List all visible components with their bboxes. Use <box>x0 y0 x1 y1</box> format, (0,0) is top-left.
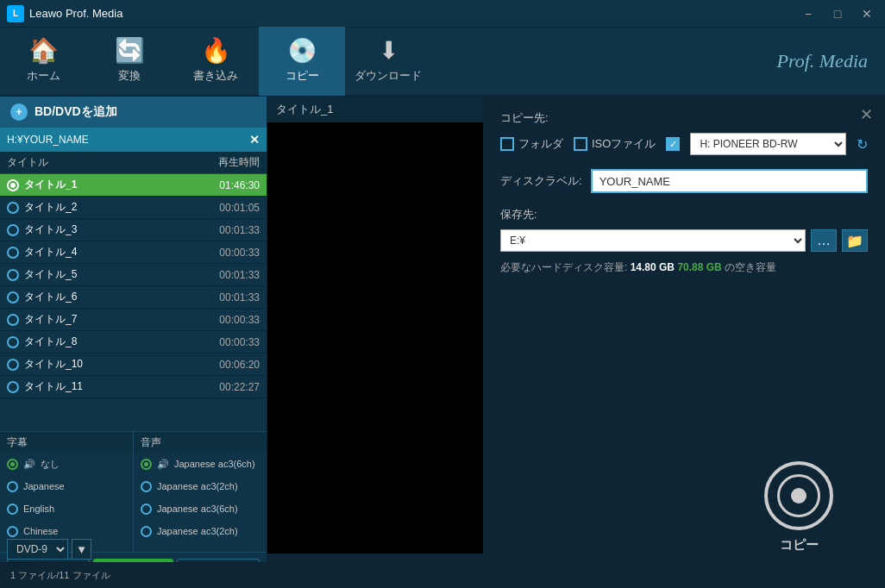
toolbar-download[interactable]: ⬇ ダウンロード <box>345 27 431 96</box>
toolbar-burn[interactable]: 🔥 書き込み <box>173 27 259 96</box>
title-name-title_2: タイトル_2 <box>24 200 191 215</box>
iso-label: ISOファイル <box>592 136 656 152</box>
radio-title_8 <box>7 336 19 348</box>
title-time-title_2: 00:01:05 <box>191 202 260 214</box>
disc-type-select[interactable]: DVD-9 <box>7 539 68 560</box>
close-button[interactable]: ✕ <box>856 5 878 22</box>
disc-label-input[interactable] <box>591 169 868 193</box>
app-title: Leawo Prof. Media <box>29 7 122 20</box>
title-time-title_10: 00:06:20 <box>191 359 260 371</box>
title-row-title_7[interactable]: タイトル_700:00:33 <box>0 309 267 331</box>
title-row-title_6[interactable]: タイトル_600:01:33 <box>0 286 267 309</box>
audio-row-jac6b[interactable]: Japanese ac3(6ch) <box>134 497 267 520</box>
audio-header: 音声 <box>134 432 267 453</box>
title-row-title_2[interactable]: タイトル_200:01:05 <box>0 197 267 219</box>
copy-circle-center <box>791 488 807 504</box>
browse-button[interactable]: … <box>811 229 837 252</box>
save-path-select[interactable]: E:¥ <box>500 229 806 252</box>
subtitle-row-english[interactable]: English <box>0 497 133 520</box>
title-row-title_5[interactable]: タイトル_500:01:33 <box>0 264 267 286</box>
save-location-row: E:¥ … 📁 <box>500 229 868 252</box>
disc-dropdown-button[interactable]: ▼ <box>72 539 91 560</box>
title-time-title_4: 00:00:33 <box>191 247 260 259</box>
right-panel-close-button[interactable]: ✕ <box>860 105 873 124</box>
disk-info: 必要なハードディスク容量: 14.80 GB 70.88 GB の空き容量 <box>500 260 868 275</box>
radio-title_6 <box>7 291 19 303</box>
title-time-title_1: 01:46:30 <box>191 179 260 191</box>
panel-icon: + <box>10 103 28 121</box>
drive-checkbox[interactable]: ✓ <box>666 137 680 151</box>
audio-radio-jac2b <box>141 526 152 537</box>
copy-circle-button[interactable] <box>764 461 833 530</box>
copy-button-label: コピー <box>780 537 819 554</box>
subtitle-radio-chinese <box>7 526 18 537</box>
toolbar-convert[interactable]: 🔄 変換 <box>86 27 173 96</box>
audio-speaker-icon-jac6: 🔊 <box>157 459 169 470</box>
brand-logo: Prof. Media <box>777 50 869 72</box>
title-time-title_7: 00:00:33 <box>191 314 260 326</box>
video-title: タイトル_1 <box>267 97 483 122</box>
copy-dest-label: コピー先: <box>500 110 868 126</box>
title-row-title_11[interactable]: タイトル_1100:22:27 <box>0 376 267 398</box>
video-panel: タイトル_1 00:00:00 <box>267 97 483 588</box>
iso-checkbox[interactable] <box>574 137 587 151</box>
audio-label-jac6: Japanese ac3(6ch) <box>174 459 255 469</box>
audio-row-jac2[interactable]: Japanese ac3(2ch) <box>134 475 267 497</box>
toolbar-convert-label: 変換 <box>118 68 141 84</box>
folder-checkbox-item[interactable]: フォルダ <box>500 136 563 152</box>
status-bar: 1 ファイル/11 ファイル <box>0 562 885 588</box>
open-folder-button[interactable]: 📁 <box>842 229 868 252</box>
subtitle-radio-english <box>7 504 18 515</box>
title-row-title_4[interactable]: タイトル_400:00:33 <box>0 241 267 264</box>
col-title-header: タイトル <box>7 155 191 170</box>
maximize-button[interactable]: □ <box>826 5 849 22</box>
speaker-icon-none: 🔊 <box>23 459 35 470</box>
subtitle-row-none[interactable]: 🔊なし <box>0 453 133 475</box>
disc-selector: DVD-9 ▼ <box>0 536 98 562</box>
title-row-title_3[interactable]: タイトル_300:01:33 <box>0 219 267 241</box>
copy-dest-row: フォルダ ISOファイル ✓ H: PIONEER BD-RW ↻ <box>500 133 868 155</box>
disk-required: 14.80 GB <box>631 261 675 273</box>
title-row-title_8[interactable]: タイトル_800:00:33 <box>0 331 267 353</box>
audio-row-jac2b[interactable]: Japanese ac3(2ch) <box>134 520 267 542</box>
video-preview <box>267 122 483 554</box>
title-time-title_11: 00:22:27 <box>191 381 260 393</box>
title-name-title_4: タイトル_4 <box>24 245 191 260</box>
right-panel: ✕ コピー先: フォルダ ISOファイル ✓ H: PIONEER BD-RW … <box>483 97 885 588</box>
folder-checkbox[interactable] <box>500 137 514 151</box>
subtitle-row-japanese[interactable]: Japanese <box>0 475 133 497</box>
disc-label-prefix: ディスクラベル: <box>500 173 582 189</box>
title-name-title_7: タイトル_7 <box>24 312 191 327</box>
drive-select[interactable]: H: PIONEER BD-RW <box>690 133 846 155</box>
title-time-title_3: 00:01:33 <box>191 224 260 236</box>
col-time-header: 再生時間 <box>191 155 260 170</box>
refresh-drive-button[interactable]: ↻ <box>857 136 868 153</box>
title-bar: L Leawo Prof. Media − □ ✕ <box>0 0 885 28</box>
burn-icon: 🔥 <box>201 39 231 63</box>
clear-path-button[interactable]: ✕ <box>249 133 260 147</box>
iso-checkbox-item[interactable]: ISOファイル <box>574 136 656 152</box>
subtitle-label-japanese: Japanese <box>23 481 65 491</box>
radio-title_2 <box>7 202 19 214</box>
checkmark-icon: ✓ <box>669 139 677 150</box>
subtitle-header: 字幕 <box>0 432 133 453</box>
drive-checkbox-item[interactable]: ✓ <box>666 137 680 151</box>
toolbar-home[interactable]: 🏠 ホーム <box>0 27 86 96</box>
subtitle-section: 字幕 🔊なしJapaneseEnglishChinese <box>0 432 134 552</box>
folder-label: フォルダ <box>518 136 563 152</box>
disk-info-prefix: 必要なハードディスク容量: <box>500 261 631 273</box>
title-name-title_10: タイトル_10 <box>24 357 191 372</box>
title-row-title_10[interactable]: タイトル_1000:06:20 <box>0 353 267 376</box>
window-controls: − □ ✕ <box>797 5 878 22</box>
title-row-title_1[interactable]: タイトル_101:46:30 <box>0 174 267 197</box>
left-panel: + BD/DVDを追加 H:¥YOUR_NAME ✕ タイトル 再生時間 タイト… <box>0 97 267 588</box>
audio-radio-jac6b <box>141 504 152 515</box>
radio-title_5 <box>7 269 19 281</box>
title-name-title_3: タイトル_3 <box>24 222 191 237</box>
toolbar: 🏠 ホーム 🔄 変換 🔥 書き込み 💿 コピー ⬇ ダウンロード Prof. M… <box>0 28 885 97</box>
radio-title_3 <box>7 224 19 236</box>
minimize-button[interactable]: − <box>797 5 819 22</box>
toolbar-copy[interactable]: 💿 コピー <box>259 27 345 96</box>
audio-row-jac6[interactable]: 🔊Japanese ac3(6ch) <box>134 453 267 475</box>
path-text: H:¥YOUR_NAME <box>7 134 89 146</box>
